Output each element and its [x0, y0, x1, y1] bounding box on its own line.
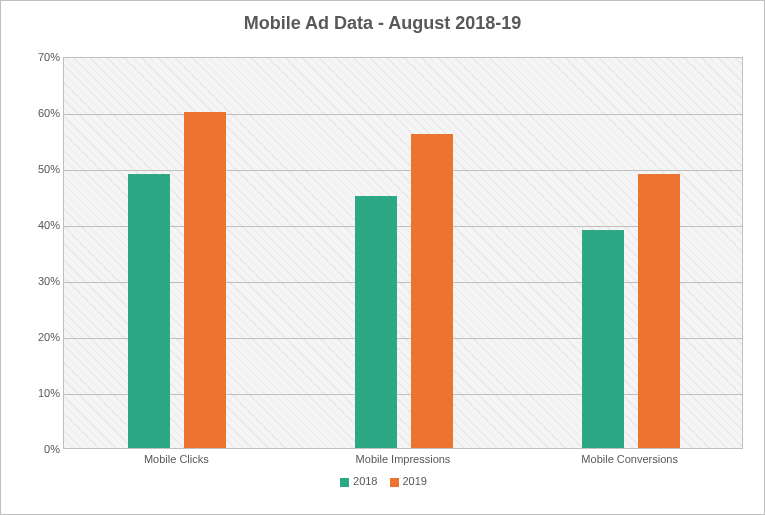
bar-2018-0: [128, 174, 170, 448]
chart-title: Mobile Ad Data - August 2018-19: [1, 1, 764, 42]
bar-2019-1: [411, 134, 453, 448]
legend-swatch: [390, 478, 399, 487]
gridline: [64, 114, 742, 115]
x-tick-label: Mobile Conversions: [581, 453, 678, 465]
y-tick-label: 60%: [24, 107, 60, 119]
legend-item-2019: 2019: [390, 475, 427, 487]
bar-2018-2: [582, 230, 624, 448]
legend-label: 2018: [353, 475, 377, 487]
y-tick-label: 70%: [24, 51, 60, 63]
bar-2018-1: [355, 196, 397, 448]
legend-swatch: [340, 478, 349, 487]
legend-item-2018: 2018: [340, 475, 377, 487]
plot-area: [63, 57, 743, 449]
bar-2019-2: [638, 174, 680, 448]
x-tick-label: Mobile Clicks: [144, 453, 209, 465]
legend: 20182019: [1, 475, 765, 487]
y-tick-label: 50%: [24, 163, 60, 175]
y-tick-label: 0%: [24, 443, 60, 455]
y-tick-label: 10%: [24, 387, 60, 399]
y-tick-label: 40%: [24, 219, 60, 231]
gridline: [64, 170, 742, 171]
y-tick-label: 20%: [24, 331, 60, 343]
bar-2019-0: [184, 112, 226, 448]
y-tick-label: 30%: [24, 275, 60, 287]
legend-label: 2019: [403, 475, 427, 487]
x-tick-label: Mobile Impressions: [356, 453, 451, 465]
chart-container: 0%10%20%30%40%50%60%70% Mobile ClicksMob…: [21, 49, 746, 469]
